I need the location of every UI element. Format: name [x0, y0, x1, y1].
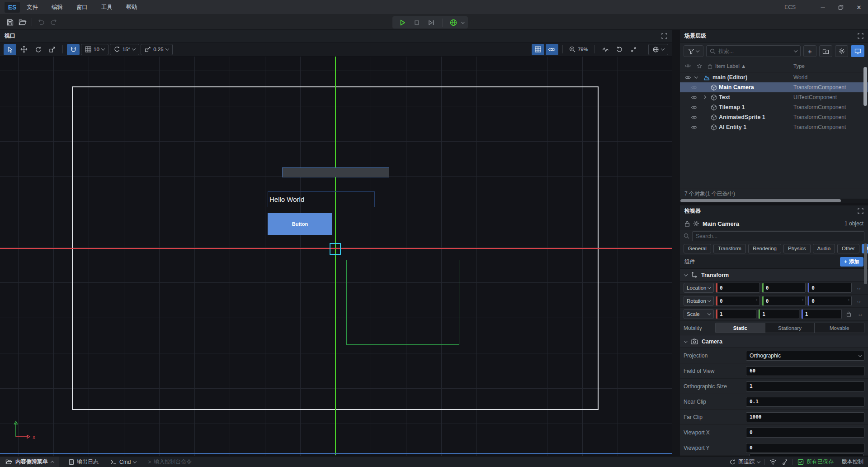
minimize-button[interactable]: ─ — [814, 0, 832, 15]
filter-button[interactable] — [684, 45, 703, 57]
tree-row-text[interactable]: Text UITextComponent — [680, 92, 868, 102]
add-entity-button[interactable]: + — [803, 45, 816, 57]
scene-canvas[interactable]: Hello World Button x — [0, 57, 672, 456]
search-history-chevron-icon[interactable] — [794, 48, 797, 52]
rotation-y-field[interactable]: 0° — [762, 296, 806, 306]
tree-row-animatedsprite[interactable]: AnimatedSprite 1 TransformComponent — [680, 112, 868, 122]
scale-mode-dropdown[interactable]: Scale — [684, 309, 714, 319]
content-drawer-button[interactable]: 内容侧滑菜单 — [0, 457, 59, 467]
tree-row-tilemap[interactable]: Tilemap 1 TransformComponent — [680, 102, 868, 112]
camera-section-header[interactable]: Camera — [680, 335, 868, 348]
hierarchy-search-input[interactable] — [718, 48, 792, 54]
eye-icon[interactable] — [684, 75, 691, 80]
tree-row-main-camera[interactable]: Main Camera TransformComponent — [680, 82, 868, 92]
stop-button[interactable] — [410, 17, 423, 29]
run-mode-chevron-icon[interactable] — [461, 20, 465, 24]
expand-panel-icon[interactable] — [858, 33, 863, 39]
runtime-view-button[interactable] — [851, 45, 864, 57]
menu-edit[interactable]: 编辑 — [45, 0, 70, 15]
select-tool-button[interactable] — [4, 44, 16, 55]
mobility-static[interactable]: Static — [716, 323, 765, 333]
location-mode-dropdown[interactable]: Location — [684, 283, 714, 293]
backtrace-dropdown[interactable]: 回追踪 — [729, 458, 760, 466]
close-button[interactable]: ✕ — [850, 0, 868, 15]
menu-file[interactable]: 文件 — [20, 0, 45, 15]
reset-location-icon[interactable]: ↔ — [854, 285, 864, 291]
rotation-z-field[interactable]: 0° — [807, 296, 852, 306]
field-of-view-field[interactable]: 60 — [746, 366, 864, 376]
menu-tools[interactable]: 工具 — [94, 0, 119, 15]
collapse-chevron-icon[interactable] — [694, 75, 698, 78]
reset-rotation-icon[interactable]: ↔ — [854, 298, 864, 304]
step-button[interactable] — [425, 17, 438, 29]
object-settings-icon[interactable] — [693, 220, 699, 227]
expand-chevron-icon[interactable] — [703, 95, 706, 99]
maximize-button[interactable] — [832, 0, 850, 15]
hierarchy-search[interactable] — [706, 45, 801, 57]
near-clip-field[interactable]: 0.1 — [746, 397, 864, 407]
console-command-input[interactable]: > 输入控制台命令 — [148, 458, 192, 466]
scale-x-field[interactable]: 1 — [716, 309, 756, 319]
location-y-field[interactable]: 0 — [762, 283, 806, 293]
tab-audio[interactable]: Audio — [813, 244, 835, 253]
world-run-button[interactable] — [447, 17, 460, 29]
scale-z-field[interactable]: 1 — [801, 309, 842, 319]
output-log-button[interactable]: 输出日志 — [69, 458, 99, 466]
scale-y-field[interactable]: 1 — [758, 309, 799, 319]
tab-rendering[interactable]: Rendering — [748, 244, 781, 253]
eye-icon[interactable] — [691, 105, 698, 110]
angle-snap-dropdown[interactable]: 15° — [110, 44, 139, 55]
hierarchy-settings-button[interactable] — [835, 45, 848, 57]
show-grid-button[interactable] — [532, 44, 544, 55]
projection-select[interactable]: Orthographic — [746, 351, 864, 361]
move-tool-button[interactable] — [18, 44, 30, 55]
viewport-y-field[interactable]: 0 — [746, 443, 864, 453]
rotate-tool-button[interactable] — [32, 44, 44, 55]
reset-view-button[interactable] — [613, 44, 626, 55]
save-button[interactable] — [4, 16, 16, 28]
inspector-vscrollbar[interactable] — [864, 243, 867, 284]
expand-panel-icon[interactable] — [858, 208, 863, 214]
inspector-search-input[interactable] — [696, 233, 861, 239]
transform-section-header[interactable]: Transform — [680, 268, 868, 281]
mobility-stationary[interactable]: Stationary — [765, 323, 815, 333]
rotation-x-field[interactable]: 0° — [716, 296, 760, 306]
cmd-dropdown[interactable]: Cmd — [110, 459, 136, 465]
stats-button[interactable] — [599, 44, 612, 55]
viewport-x-field[interactable]: 0 — [746, 428, 864, 438]
far-clip-field[interactable]: 1000 — [746, 412, 864, 422]
save-status[interactable]: 所有已保存 — [797, 458, 834, 466]
grid-snap-dropdown[interactable]: 10 — [81, 44, 108, 55]
tree-row-ai-entity[interactable]: AI Entity 1 TransformComponent — [680, 122, 868, 132]
unlock-scale-icon[interactable] — [844, 311, 854, 317]
rotation-mode-dropdown[interactable]: Rotation — [684, 296, 714, 306]
panel-splitter[interactable] — [672, 30, 680, 456]
column-item-label[interactable]: Item Label ▲ — [715, 63, 746, 69]
menu-window[interactable]: 窗口 — [70, 0, 94, 15]
tab-other[interactable]: Other — [837, 244, 859, 253]
play-button[interactable] — [396, 17, 409, 29]
viewport-world-dropdown[interactable] — [648, 44, 668, 55]
lock-object-icon[interactable] — [684, 221, 690, 227]
scale-snap-dropdown[interactable]: 0.25 — [141, 44, 172, 55]
tab-transform[interactable]: Transform — [713, 244, 746, 253]
mobility-movable[interactable]: Movable — [815, 323, 864, 333]
zoom-level[interactable]: 79% — [567, 44, 590, 55]
tab-physics[interactable]: Physics — [783, 244, 811, 253]
undo-button[interactable] — [35, 16, 47, 28]
open-button[interactable] — [16, 16, 29, 28]
eye-icon[interactable] — [691, 115, 698, 120]
eye-icon[interactable] — [691, 95, 698, 100]
tab-general[interactable]: General — [684, 244, 711, 253]
inspector-search[interactable] — [692, 231, 864, 241]
orthographic-size-field[interactable]: 1 — [746, 381, 864, 391]
column-type[interactable]: Type — [793, 63, 805, 69]
visibility-column-icon[interactable] — [684, 63, 691, 68]
version-control-button[interactable]: 版本控制 — [842, 458, 863, 466]
location-z-field[interactable]: 0 — [807, 283, 852, 293]
show-gizmos-button[interactable] — [546, 44, 558, 55]
menu-help[interactable]: 帮助 — [119, 0, 144, 15]
lock-column-icon[interactable] — [708, 63, 712, 69]
hierarchy-vscrollbar[interactable] — [863, 67, 867, 106]
selection-box[interactable] — [330, 243, 341, 255]
